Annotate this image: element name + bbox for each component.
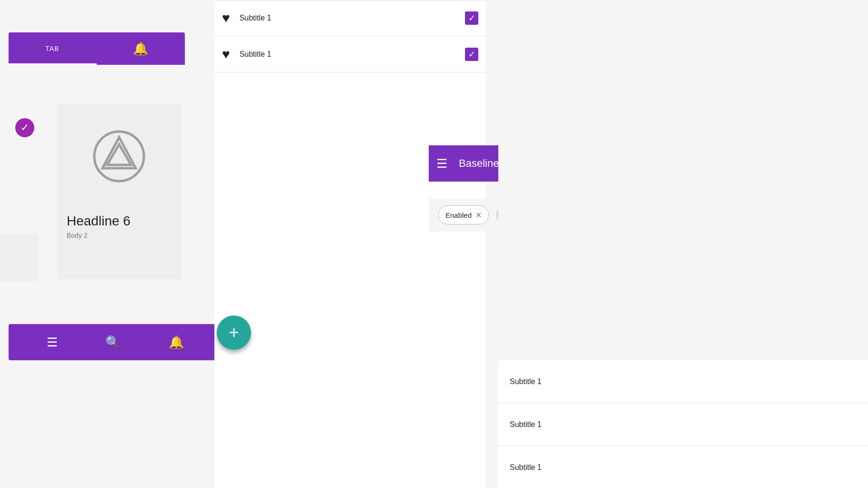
card-headline: Headline 6 [57,214,131,229]
checkbox-2[interactable]: ✓ [465,48,478,61]
card-partial [0,234,38,281]
bell-nav-icon[interactable]: 🔔 [169,335,184,350]
bell-icon: 🔔 [133,41,148,56]
middle-panel: ♥ Subtitle 1 ✓ ♥ Subtitle 1 ✓ ☰ Baseline… [214,0,486,488]
fab-button[interactable]: + [217,315,251,350]
list-item-text-2: Subtitle 1 [240,50,465,59]
list-item-text-1: Subtitle 1 [240,14,465,22]
right-panel: ♥ Label Inactive Discard draft? BUTTON B… [498,0,868,488]
left-panel: TAB 🔔 ✓ Headline 6 Body 2 ☰ 🔍 🔔 ⟨⟩ + [0,0,186,488]
tab-bar[interactable]: TAB 🔔 [9,32,185,65]
right-list-item-3[interactable]: Subtitle 1 [498,446,868,488]
right-list-text-1: Subtitle 1 [510,377,857,386]
chip-enabled-label: Enabled [445,211,472,219]
list-item-2[interactable]: ♥ Subtitle 1 ✓ [214,36,486,72]
right-list-item-2[interactable]: Subtitle 1 [498,403,868,446]
check-icon-1: ✓ [468,13,475,23]
checkbox-inner: ✓ [15,118,34,137]
heart-icon-1: ♥ [222,10,230,26]
right-list-text-2: Subtitle 1 [510,420,857,429]
hamburger-appbar-icon[interactable]: ☰ [436,156,447,171]
fab-plus-icon: + [229,324,239,341]
tab-label: TAB [45,45,59,52]
material-logo-icon [91,128,148,185]
chip-enabled[interactable]: Enabled ✕ [438,205,489,224]
tab-indicator [9,63,97,65]
search-icon[interactable]: 🔍 [105,335,121,350]
card-logo: Headline 6 Body 2 [57,104,181,279]
check-icon-2: ✓ [468,49,475,60]
chip-enabled-close[interactable]: ✕ [475,211,482,220]
list-item-1[interactable]: ♥ Subtitle 1 ✓ [214,0,486,36]
right-list: Subtitle 1 Subtitle 1 Subtitle 1 [498,360,868,488]
card-body: Body 2 [57,232,88,239]
right-list-item-1[interactable]: Subtitle 1 [498,360,868,403]
hamburger-icon[interactable]: ☰ [47,335,58,350]
right-list-text-3: Subtitle 1 [510,463,857,472]
check-icon: ✓ [20,122,29,134]
checkbox-1[interactable]: ✓ [465,11,478,25]
heart-icon-2: ♥ [222,47,230,62]
checkbox-partial: ✓ [10,113,39,142]
